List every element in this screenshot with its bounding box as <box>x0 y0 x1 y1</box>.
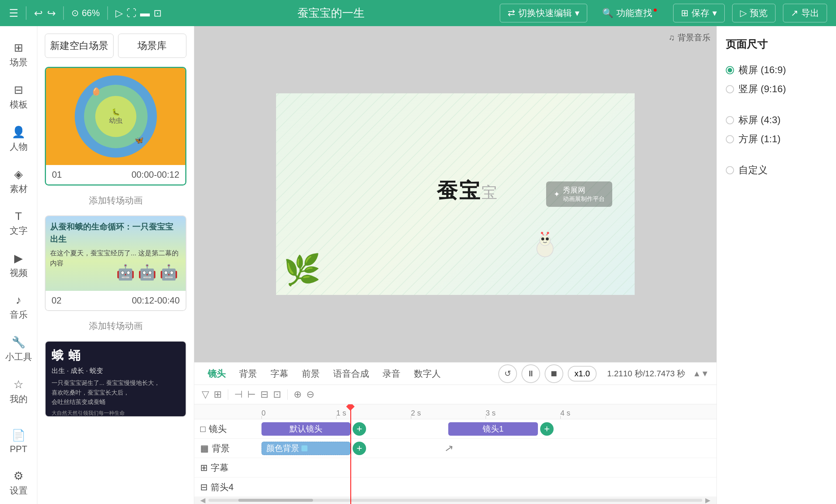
text-icon: T <box>15 210 22 223</box>
add-lens-btn-1[interactable]: + <box>353 422 366 436</box>
screen-icon[interactable]: ▬ <box>140 7 150 19</box>
lens1-block[interactable]: 镜头1 <box>448 422 538 436</box>
sidebar-item-video[interactable]: ▶ 视频 <box>0 244 37 286</box>
tab-foreground[interactable]: 前景 <box>296 365 326 383</box>
scene-card-2[interactable]: 从蚕和蛾的生命循环：一只蚕宝宝出生 在这个夏天，蚕宝宝经历了... 这是第二幕的… <box>45 215 186 311</box>
add-lens-btn-2[interactable]: + <box>540 422 554 436</box>
tab-lens[interactable]: 镜头 <box>202 365 232 383</box>
sidebar-item-scene[interactable]: ⊞ 场景 <box>0 34 37 76</box>
redo-icon[interactable]: ↪ <box>47 7 56 19</box>
sidebar-item-settings[interactable]: ⚙ 设置 <box>0 462 37 504</box>
sidebar-item-music[interactable]: ♪ 音乐 <box>0 286 37 328</box>
ungroup-icon[interactable]: ⊡ <box>273 389 281 400</box>
add-bg-btn[interactable]: + <box>353 442 366 455</box>
sidebar-label-ppt: PPT <box>10 444 27 454</box>
scene-library-button[interactable]: 场景库 <box>118 34 187 58</box>
filter-icon[interactable]: ▽ <box>202 389 209 400</box>
sidebar-item-text[interactable]: T 文字 <box>0 202 37 244</box>
speed-control[interactable]: x1.0 <box>568 366 597 382</box>
sidebar-item-ppt[interactable]: 📄 PPT <box>0 421 37 462</box>
radio-custom[interactable] <box>726 166 734 174</box>
sidebar-label-video: 视频 <box>10 267 28 279</box>
stop-button[interactable]: ⏹ <box>545 364 563 383</box>
middle-ring: 🐛幼虫 🥚 🦋 <box>84 85 148 148</box>
align-right-icon[interactable]: ⊢ <box>247 389 256 400</box>
zoom-level[interactable]: ⊙ 66% <box>71 8 100 18</box>
tab-voicesynth[interactable]: 语音合成 <box>327 365 375 383</box>
scene-card-3[interactable]: 蛾 蛹 出生 · 成长 · 蜕变 一只蚕宝宝诞生了... 蚕宝宝慢慢地长大，喜欢… <box>45 341 186 417</box>
radio-standard[interactable] <box>726 116 734 124</box>
scroll-left-icon[interactable]: ◀ <box>200 496 205 504</box>
canvas-title[interactable]: 蚕宝宝 <box>437 177 499 205</box>
scroll-thumb[interactable] <box>238 499 313 502</box>
scene3-title: 蛾 蛹 <box>52 348 180 364</box>
watermark-line2: 动画展制作平台 <box>563 195 605 203</box>
default-lens-block[interactable]: 默认镜头 <box>261 422 350 436</box>
radio-square[interactable] <box>726 135 734 143</box>
leaves-decoration: 🌿 <box>284 252 321 287</box>
timeline-scrollbar[interactable]: ◀ ▶ <box>194 497 716 504</box>
timeline-playhead[interactable] <box>350 404 351 504</box>
fullscreen-icon[interactable]: ⛶ <box>127 7 136 19</box>
undo-icon[interactable]: ↩ <box>34 7 43 19</box>
option-square[interactable]: 方屏 (1:1) <box>726 133 827 146</box>
tab-digital-human[interactable]: 数字人 <box>408 365 447 383</box>
sidebar: ⊞ 场景 ⊟ 模板 👤 人物 ◈ 素材 T 文字 ▶ 视频 ♪ 音乐 🔧 小 <box>0 26 37 504</box>
sidebar-item-material[interactable]: ◈ 素材 <box>0 160 37 202</box>
expand-btn[interactable]: ▲▼ <box>693 369 709 379</box>
option-standard[interactable]: 标屏 (4:3) <box>726 113 827 127</box>
scene-card-1[interactable]: 🐛幼虫 🥚 🦋 01 00:00-00:12 <box>45 67 186 186</box>
ruler-marks: 0 1 s 2 s 3 s 4 s <box>261 409 635 417</box>
sidebar-item-tools[interactable]: 🔧 小工具 <box>0 328 37 370</box>
track-lens-content: 默认镜头 + 镜头1 + <box>261 419 716 438</box>
merge-icon[interactable]: ⊕ <box>294 389 302 400</box>
track-bg-content: 颜色背景 + ↗ <box>261 439 716 458</box>
color-bg-block[interactable]: 颜色背景 <box>261 442 350 455</box>
screen2-icon[interactable]: ⊡ <box>154 7 162 19</box>
sidebar-item-mine[interactable]: ☆ 我的 <box>0 370 37 413</box>
grid-icon[interactable]: ⊞ <box>214 389 222 400</box>
new-scene-button[interactable]: 新建空白场景 <box>45 34 114 58</box>
option-portrait[interactable]: 竖屏 (9:16) <box>726 83 827 96</box>
sidebar-label-music: 音乐 <box>10 309 28 321</box>
scene2-bg: 从蚕和蛾的生命循环：一只蚕宝宝出生 在这个夏天，蚕宝宝经历了... 这是第二幕的… <box>46 216 186 291</box>
canvas[interactable]: ✦ 秀展网 动画展制作平台 🌿 蚕宝宝 <box>276 93 635 295</box>
loop-button[interactable]: ↺ <box>498 364 517 383</box>
ruler-mark-2s: 2 s <box>411 409 486 417</box>
bg-music-label: 背景音乐 <box>678 32 710 43</box>
radio-portrait[interactable] <box>726 85 734 93</box>
option-custom[interactable]: 自定义 <box>726 164 827 177</box>
play-icon[interactable]: ▷ <box>115 7 123 19</box>
feature-search-button[interactable]: 🔍 功能查找 <box>595 4 666 22</box>
butterfly-icon: 🦋 <box>134 136 144 144</box>
bg-music-button[interactable]: ♫ 背景音乐 <box>669 32 711 43</box>
watermark-text: 秀展网 动画展制作平台 <box>563 185 605 203</box>
menu-icon[interactable]: ☰ <box>9 7 18 19</box>
timeline-controls: ↺ ⏸ ⏹ x1.0 1.2110 秒/12.7473 秒 ▲▼ <box>498 364 709 383</box>
svg-point-6 <box>541 232 543 234</box>
preview-button[interactable]: ▷ 预览 <box>732 4 775 22</box>
right-panel: 页面尺寸 横屏 (16:9) 竖屏 (9:16) 标屏 (4:3) 方屏 (1:… <box>716 26 836 504</box>
scroll-right-icon[interactable]: ▶ <box>705 496 710 504</box>
export-button[interactable]: ↗ 导出 <box>783 4 827 22</box>
svg-point-1 <box>540 235 550 246</box>
split-icon[interactable]: ⊖ <box>306 389 315 400</box>
scroll-track[interactable] <box>208 499 702 502</box>
tab-record[interactable]: 录音 <box>377 365 406 383</box>
tab-subtitle[interactable]: 字幕 <box>264 365 294 383</box>
group-icon[interactable]: ⊟ <box>260 389 269 400</box>
preview-area: ✦ 秀展网 动画展制作平台 🌿 蚕宝宝 <box>194 26 716 504</box>
option-landscape[interactable]: 横屏 (16:9) <box>726 63 827 77</box>
save-button[interactable]: ⊞ 保存 ▾ <box>673 4 725 22</box>
align-left-icon[interactable]: ⊣ <box>234 389 243 400</box>
transition-label-1[interactable]: 添加转场动画 <box>45 192 186 209</box>
option-standard-label: 标屏 (4:3) <box>739 113 781 127</box>
sidebar-item-template[interactable]: ⊟ 模板 <box>0 76 37 118</box>
transition-label-2[interactable]: 添加转场动画 <box>45 317 186 335</box>
sidebar-item-character[interactable]: 👤 人物 <box>0 118 37 160</box>
radio-landscape[interactable] <box>726 66 734 74</box>
tab-background[interactable]: 背景 <box>233 365 263 383</box>
pause-button[interactable]: ⏸ <box>521 364 540 383</box>
switch-mode-button[interactable]: ⇄ 切换快速编辑 ▾ <box>500 4 587 22</box>
caterpillar-svg <box>530 230 560 260</box>
